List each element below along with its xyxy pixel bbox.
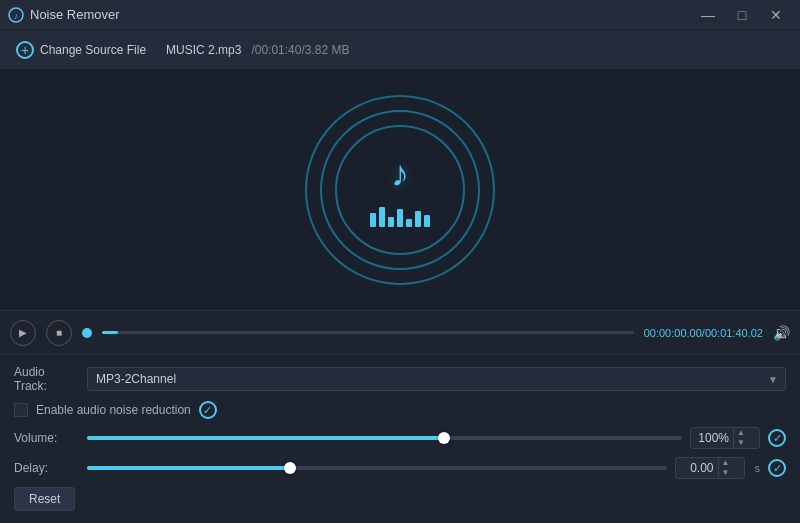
music-note-icon: ♪ bbox=[391, 153, 409, 195]
noise-reduction-label: Enable audio noise reduction bbox=[36, 403, 191, 417]
time-current: 00:00:00.00 bbox=[644, 327, 702, 339]
volume-confirm-icon[interactable]: ✓ bbox=[768, 429, 786, 447]
delay-spinner: ▲ ▼ bbox=[718, 458, 733, 478]
volume-slider-thumb[interactable] bbox=[438, 432, 450, 444]
delay-input[interactable]: 0.00 bbox=[676, 458, 718, 478]
delay-confirm-icon[interactable]: ✓ bbox=[768, 459, 786, 477]
stop-button[interactable]: ■ bbox=[46, 320, 72, 346]
volume-input-group: 100% ▲ ▼ bbox=[690, 427, 760, 449]
eq-bar bbox=[424, 215, 430, 227]
toolbar: + Change Source File MUSIC 2.mp3 /00:01:… bbox=[0, 30, 800, 70]
noise-reduction-row: Enable audio noise reduction ✓ bbox=[14, 401, 786, 419]
volume-up-button[interactable]: ▲ bbox=[734, 428, 748, 438]
app-icon: ♪ bbox=[8, 7, 24, 23]
player-area: ♪ bbox=[0, 70, 800, 310]
eq-bar bbox=[379, 207, 385, 227]
close-button[interactable]: ✕ bbox=[760, 0, 792, 30]
audio-track-label: Audio Track: bbox=[14, 365, 79, 393]
time-display: 00:00:00.00/00:01:40.02 bbox=[644, 327, 763, 339]
delay-slider-wrapper[interactable] bbox=[87, 466, 667, 470]
equalizer-bars bbox=[370, 203, 430, 227]
audio-track-select[interactable]: MP3-2Channel bbox=[87, 367, 786, 391]
eq-bar bbox=[397, 209, 403, 227]
progress-thumb[interactable] bbox=[82, 328, 92, 338]
audio-track-row: Audio Track: MP3-2Channel ▼ bbox=[14, 365, 786, 393]
eq-bar bbox=[388, 217, 394, 227]
change-source-label: Change Source File bbox=[40, 43, 146, 57]
settings-panel: Audio Track: MP3-2Channel ▼ Enable audio… bbox=[0, 354, 800, 523]
noise-reduction-help-icon[interactable]: ✓ bbox=[199, 401, 217, 419]
delay-slider-thumb[interactable] bbox=[284, 462, 296, 474]
audio-track-dropdown-wrapper: MP3-2Channel ▼ bbox=[87, 367, 786, 391]
volume-input[interactable]: 100% bbox=[691, 428, 733, 448]
plus-circle-icon: + bbox=[16, 41, 34, 59]
volume-down-button[interactable]: ▼ bbox=[734, 438, 748, 448]
volume-slider-track bbox=[87, 436, 682, 440]
noise-reduction-checkbox[interactable] bbox=[14, 403, 28, 417]
progress-filled bbox=[102, 331, 118, 334]
source-fileinfo: /00:01:40/3.82 MB bbox=[251, 43, 349, 57]
eq-bar bbox=[370, 213, 376, 227]
volume-spinner: ▲ ▼ bbox=[733, 428, 748, 448]
window-controls: — □ ✕ bbox=[692, 0, 792, 30]
volume-icon[interactable]: 🔊 bbox=[773, 325, 790, 341]
app-title: Noise Remover bbox=[30, 7, 692, 22]
progress-bar[interactable] bbox=[102, 331, 634, 334]
visualizer: ♪ bbox=[300, 90, 500, 290]
time-total: 00:01:40.02 bbox=[705, 327, 763, 339]
delay-up-button[interactable]: ▲ bbox=[719, 458, 733, 468]
play-button[interactable]: ▶ bbox=[10, 320, 36, 346]
svg-text:♪: ♪ bbox=[14, 11, 19, 21]
eq-bar bbox=[406, 219, 412, 227]
delay-row: Delay: 0.00 ▲ ▼ s ✓ bbox=[14, 457, 786, 479]
eq-bar bbox=[415, 211, 421, 227]
delay-down-button[interactable]: ▼ bbox=[719, 468, 733, 478]
volume-slider-filled bbox=[87, 436, 444, 440]
source-filename: MUSIC 2.mp3 bbox=[166, 43, 241, 57]
delay-input-group: 0.00 ▲ ▼ bbox=[675, 457, 745, 479]
delay-unit-label: s bbox=[755, 462, 761, 474]
minimize-button[interactable]: — bbox=[692, 0, 724, 30]
delay-label: Delay: bbox=[14, 461, 79, 475]
music-note-area: ♪ bbox=[370, 153, 430, 227]
reset-row: Reset bbox=[14, 487, 786, 511]
maximize-button[interactable]: □ bbox=[726, 0, 758, 30]
reset-button[interactable]: Reset bbox=[14, 487, 75, 511]
volume-row: Volume: 100% ▲ ▼ ✓ bbox=[14, 427, 786, 449]
volume-slider-wrapper[interactable] bbox=[87, 436, 682, 440]
volume-label: Volume: bbox=[14, 431, 79, 445]
titlebar: ♪ Noise Remover — □ ✕ bbox=[0, 0, 800, 30]
change-source-button[interactable]: + Change Source File bbox=[10, 37, 152, 63]
playback-bar: ▶ ■ 00:00:00.00/00:01:40.02 🔊 bbox=[0, 310, 800, 354]
delay-slider-filled bbox=[87, 466, 290, 470]
delay-slider-track bbox=[87, 466, 667, 470]
